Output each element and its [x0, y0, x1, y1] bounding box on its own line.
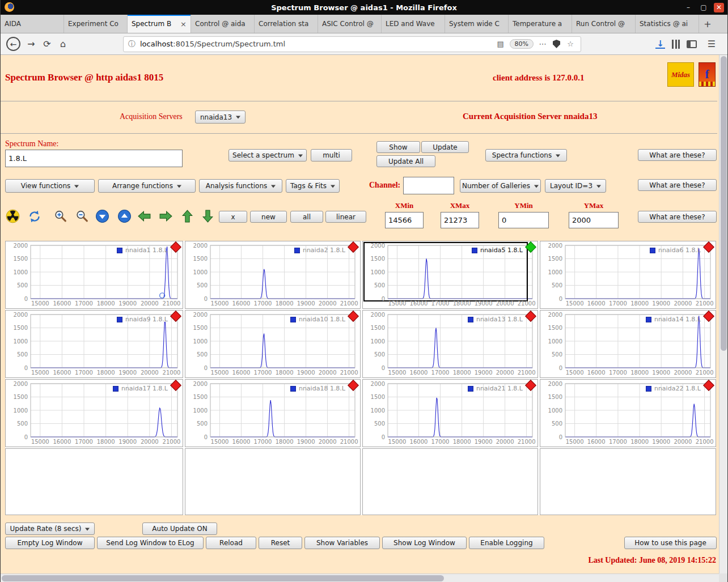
zoom-out-icon[interactable]: [74, 209, 90, 224]
number-of-galleries-dropdown[interactable]: Number of Galleries: [460, 179, 541, 193]
vertical-scrollbar-thumb[interactable]: [721, 56, 727, 351]
analysis-functions-dropdown[interactable]: Analysis functions: [199, 179, 282, 193]
tab-run-control-[interactable]: Run Control @: [572, 15, 636, 33]
what-are-these-button[interactable]: What are these?: [638, 179, 717, 191]
pan-left-icon[interactable]: [137, 209, 152, 224]
ymin-input[interactable]: [498, 212, 549, 228]
reload-button[interactable]: ⟳: [39, 37, 55, 52]
multi-button[interactable]: multi: [311, 149, 352, 162]
show-log-window-button[interactable]: Show Log Window: [382, 537, 467, 549]
spectrum-cell-nnaida1[interactable]: 0500100015002000150001600017000180001900…: [5, 241, 183, 309]
spectrum-cell-nnaida22[interactable]: 0500100015002000150001600017000180001900…: [540, 379, 716, 447]
tab-aida[interactable]: AIDA: [1, 15, 64, 33]
tab-temperature-a[interactable]: Temperature a: [509, 15, 572, 33]
midas-logo[interactable]: Midas: [667, 62, 694, 87]
back-button[interactable]: ←: [6, 37, 20, 51]
pan-up-icon[interactable]: [180, 209, 195, 224]
sidebar-icon[interactable]: [687, 40, 697, 48]
how-to-use-button[interactable]: How to use this page: [624, 537, 717, 549]
new-tab-button[interactable]: +: [699, 15, 716, 33]
reader-mode-icon[interactable]: ▤: [495, 37, 506, 52]
spectrum-cell-nnaida13[interactable]: 0500100015002000150001600017000180001900…: [362, 310, 538, 378]
spectrum-cell-nnaida6[interactable]: 0500100015002000150001600017000180001900…: [540, 241, 716, 309]
vertical-scrollbar[interactable]: [719, 55, 727, 573]
scroll-up-icon[interactable]: [117, 209, 132, 224]
arrange-functions-dropdown[interactable]: Arrange functions: [98, 179, 196, 193]
library-icon[interactable]: [672, 40, 680, 49]
update-button[interactable]: Update: [421, 141, 469, 153]
spectrum-cell-nnaida10[interactable]: 0500100015002000150001600017000180001900…: [185, 310, 361, 378]
spectrum-cell-nnaida5[interactable]: 0500100015002000150001600017000180001900…: [362, 241, 538, 309]
shield-icon[interactable]: [553, 40, 560, 48]
xmax-input[interactable]: [441, 212, 479, 228]
refresh-icon[interactable]: [27, 209, 42, 224]
minimize-button[interactable]: –: [683, 3, 693, 12]
update-rate-dropdown[interactable]: Update Rate (8 secs): [5, 522, 95, 535]
menu-icon[interactable]: ☰: [704, 37, 719, 52]
new-button[interactable]: new: [250, 211, 287, 223]
home-button[interactable]: ⌂: [55, 37, 71, 52]
close-button[interactable]: ✕: [714, 3, 724, 12]
x-button[interactable]: x: [219, 211, 247, 223]
tab-asic-control-[interactable]: ASIC Control @: [318, 15, 382, 33]
svg-text:1000: 1000: [371, 407, 385, 414]
channel-input[interactable]: [403, 177, 454, 194]
spectra-functions-dropdown[interactable]: Spectra functions: [485, 149, 567, 162]
svg-text:17000: 17000: [254, 439, 272, 445]
forward-button[interactable]: →: [23, 37, 39, 52]
tab-close-icon[interactable]: ×: [180, 20, 187, 28]
spectrum-cell-nnaida21[interactable]: 0500100015002000150001600017000180001900…: [362, 379, 538, 447]
info-icon[interactable]: ⓘ: [128, 39, 136, 49]
url-bar[interactable]: ⓘ localhost:8015/Spectrum/Spectrum.tml ▤…: [123, 36, 581, 52]
horizontal-scrollbar-thumb[interactable]: [2, 575, 444, 581]
ymax-input[interactable]: [569, 212, 619, 228]
pan-down-icon[interactable]: [200, 209, 215, 224]
acquisition-server-select[interactable]: nnaida13: [195, 111, 246, 124]
facility-logo-text: f: [705, 67, 709, 82]
pan-right-icon[interactable]: [158, 209, 173, 224]
reload-page-button[interactable]: Reload: [206, 537, 256, 549]
spectrum-cell-nnaida2[interactable]: 0500100015002000150001600017000180001900…: [185, 241, 361, 309]
empty-log-window-button[interactable]: Empty Log Window: [5, 537, 95, 549]
page-actions-icon[interactable]: ⋯: [537, 37, 548, 52]
auto-update-button[interactable]: Auto Update ON: [142, 522, 217, 535]
tab-control-aida[interactable]: Control @ aida: [191, 15, 255, 33]
svg-text:20000: 20000: [319, 369, 337, 376]
download-icon[interactable]: ↓: [655, 40, 665, 49]
scroll-down-icon[interactable]: [95, 209, 110, 224]
spectrum-cell-nnaida17[interactable]: 0500100015002000150001600017000180001900…: [5, 379, 183, 447]
tab-led-and-wave[interactable]: LED and Wave: [382, 15, 445, 33]
what-are-these-button[interactable]: What are these?: [638, 211, 717, 223]
enable-logging-button[interactable]: Enable Logging: [469, 537, 544, 549]
spectrum-cell-nnaida14[interactable]: 0500100015002000150001600017000180001900…: [540, 310, 716, 378]
radiation-icon[interactable]: [5, 209, 20, 224]
linear-button[interactable]: linear: [325, 211, 366, 223]
all-button[interactable]: all: [290, 211, 323, 223]
spectrum-cell-nnaida18[interactable]: 0500100015002000150001600017000180001900…: [185, 379, 361, 447]
zoom-level-badge[interactable]: 80%: [510, 39, 534, 49]
reset-button[interactable]: Reset: [259, 537, 302, 549]
window-title: Spectrum Browser @ aidas1 - Mozilla Fire…: [271, 3, 457, 12]
show-button[interactable]: Show: [376, 141, 420, 153]
tab-statistics-ai[interactable]: Statistics @ ai: [636, 15, 699, 33]
horizontal-scrollbar[interactable]: [1, 573, 720, 582]
view-functions-dropdown[interactable]: View functions: [5, 179, 95, 193]
tab-system-wide-c[interactable]: System wide C: [445, 15, 509, 33]
layout-id-dropdown[interactable]: Layout ID=3: [545, 179, 606, 193]
maximize-button[interactable]: ▢: [699, 3, 709, 12]
bookmark-star-icon[interactable]: ☆: [565, 37, 576, 52]
zoom-in-icon[interactable]: [53, 209, 68, 224]
tags-fits-dropdown[interactable]: Tags & Fits: [286, 179, 340, 193]
tab-experiment-co[interactable]: Experiment Co: [64, 15, 128, 33]
spectrum-name-input[interactable]: [5, 150, 183, 167]
update-all-button[interactable]: Update All: [376, 155, 435, 167]
facility-logo[interactable]: f: [699, 62, 716, 87]
xmin-input[interactable]: [385, 212, 424, 228]
spectrum-cell-nnaida9[interactable]: 0500100015002000150001600017000180001900…: [5, 310, 183, 378]
show-variables-button[interactable]: Show Variables: [304, 537, 380, 549]
tab-correlation-sta[interactable]: Correlation sta: [255, 15, 318, 33]
send-log-window-to-elog-button[interactable]: Send Log Window to ELog: [97, 537, 204, 549]
select-spectrum-dropdown[interactable]: Select a spectrum: [228, 149, 307, 162]
tab-spectrum-b[interactable]: Spectrum B×: [128, 15, 191, 33]
what-are-these-button[interactable]: What are these?: [638, 149, 717, 161]
